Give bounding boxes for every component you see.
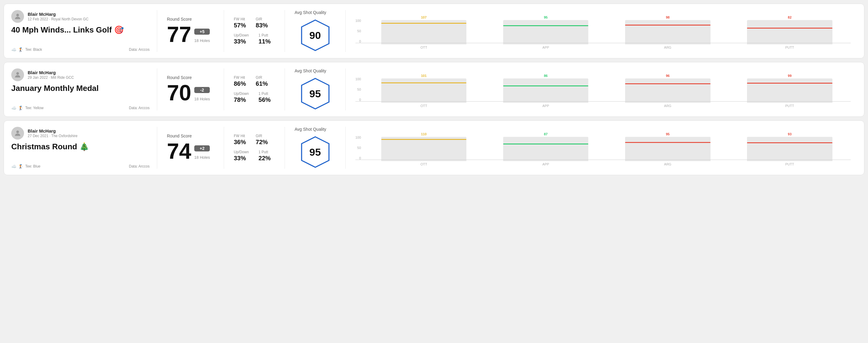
user-name: Blair McHarg [28,128,78,133]
bar-group-arg: 98 ARG [607,13,729,49]
bar-group-putt: 82 PUTT [729,13,851,49]
tee-label: Tee: Black [25,48,42,52]
bar-group-ott: 110 OTT [363,129,485,166]
bar-label: ARG [664,104,671,107]
user-info: Blair McHarg 29 Jan 2022 · Mill Ride GCC [11,68,150,81]
bar-label: OTT [421,162,427,166]
oneputt-value: 56% [258,96,271,103]
left-section: Blair McHarg 12 Feb 2022 · Royal North D… [11,10,157,52]
score-section: Round Score 70 -2 18 Holes [157,68,224,111]
user-meta: Blair McHarg 29 Jan 2022 · Mill Ride GCC [28,70,74,80]
score-row: 77 +5 18 Holes [167,23,214,45]
user-meta: Blair McHarg 27 Dec 2021 · The Oxfordshi… [28,128,78,138]
footer-info: ☁️ 🏌️ Tee: Blue Data: Arccos [11,164,150,169]
score-holes: 18 Holes [194,97,210,101]
bar-value: 98 [666,16,670,19]
bar-value: 82 [788,16,792,19]
updown-value: 33% [234,155,249,162]
hexagon: 95 [299,77,332,111]
score-row: 74 +2 18 Holes [167,140,214,162]
oneputt-label: 1 Putt [258,33,271,37]
data-source: Data: Arccos [129,106,150,110]
score-badge: -2 [194,87,210,93]
stat-gir: GIR 61% [256,75,268,87]
tee-label: Tee: Blue [25,164,40,168]
stats-row-top: FW Hit 86% GIR 61% [234,75,275,87]
quality-score: 90 [310,30,321,41]
round-title: 40 Mph Winds... Links Golf 🎯 [11,25,150,35]
quality-section: Avg Shot Quality 95 [285,127,346,169]
bar-group-app: 95 APP [485,13,607,49]
user-date: 29 Jan 2022 · Mill Ride GCC [28,75,74,80]
hexagon: 95 [299,135,332,169]
fw-hit-value: 57% [234,22,246,29]
avatar [11,68,24,81]
avatar [11,10,24,23]
score-row: 70 -2 18 Holes [167,82,214,104]
stat-oneputt: 1 Putt 22% [258,150,271,162]
round-title: Christmas Round 🎄 [11,142,150,151]
quality-score: 95 [310,146,321,158]
bar-label: PUTT [785,45,794,49]
bar-value: 86 [544,74,548,77]
bar-group-arg: 95 ARG [607,129,729,166]
left-section: Blair McHarg 27 Dec 2021 · The Oxfordshi… [11,127,157,169]
user-date: 27 Dec 2021 · The Oxfordshire [28,134,78,138]
gir-label: GIR [256,17,268,21]
gir-label: GIR [256,75,268,80]
round-card: Blair McHarg 27 Dec 2021 · The Oxfordshi… [4,120,864,175]
quality-label: Avg Shot Quality [294,68,326,73]
bar-group-app: 86 APP [485,71,607,107]
bar-value: 99 [788,74,792,77]
score-badge: +2 [194,145,210,151]
chart-section: 100 50 0 110 OTT 87 APP 95 ARG 93 [346,127,857,169]
oneputt-label: 1 Putt [258,92,271,96]
stat-oneputt: 1 Putt 11% [258,33,271,45]
fw-hit-label: FW Hit [234,17,246,21]
bar-label: PUTT [785,162,794,166]
footer-info: ☁️ 🏌️ Tee: Black Data: Arccos [11,47,150,52]
score-badge: +5 [194,29,210,35]
fw-hit-label: FW Hit [234,134,246,138]
cloud-icon: ☁️ [11,164,17,169]
data-source: Data: Arccos [129,48,150,52]
updown-label: Up/Down [234,92,249,96]
stats-row-top: FW Hit 57% GIR 83% [234,17,275,29]
user-info: Blair McHarg 27 Dec 2021 · The Oxfordshi… [11,127,150,139]
stats-section: FW Hit 57% GIR 83% Up/Down 33% 1 Putt 11… [224,10,285,52]
gir-value: 83% [256,22,268,29]
gir-value: 61% [256,80,268,87]
bar-label: OTT [421,45,427,49]
quality-label: Avg Shot Quality [294,10,326,15]
svg-point-2 [17,72,19,75]
footer-info: ☁️ 🏌️ Tee: Yellow Data: Arccos [11,105,150,111]
round-title: January Monthly Medal [11,84,150,93]
user-meta: Blair McHarg 12 Feb 2022 · Royal North D… [28,11,89,21]
fw-hit-value: 36% [234,139,246,146]
gir-value: 72% [256,139,268,146]
stats-section: FW Hit 36% GIR 72% Up/Down 33% 1 Putt 22… [224,127,285,169]
user-date: 12 Feb 2022 · Royal North Devon GC [28,17,89,21]
updown-label: Up/Down [234,33,249,37]
score-holes: 18 Holes [194,38,210,43]
bag-icon: 🏌️ [18,47,23,52]
bag-icon: 🏌️ [18,105,23,111]
chart-section: 100 50 0 107 OTT 95 APP 98 ARG 82 [346,10,857,52]
chart-section: 100 50 0 101 OTT 86 APP 96 ARG 99 [346,68,857,111]
user-info: Blair McHarg 12 Feb 2022 · Royal North D… [11,10,150,23]
tee-info: ☁️ 🏌️ Tee: Yellow [11,105,43,111]
cloud-icon: ☁️ [11,105,17,111]
updown-value: 33% [234,38,249,45]
avatar [11,127,24,139]
stat-gir: GIR 83% [256,17,268,29]
oneputt-value: 22% [258,155,271,162]
stat-oneputt: 1 Putt 56% [258,92,271,103]
bar-label: PUTT [785,104,794,107]
bag-icon: 🏌️ [18,164,23,169]
tee-label: Tee: Yellow [25,106,43,110]
stat-gir: GIR 72% [256,134,268,146]
quality-section: Avg Shot Quality 95 [285,68,346,111]
bar-group-putt: 99 PUTT [729,71,851,107]
stat-fw-hit: FW Hit 36% [234,134,246,146]
oneputt-value: 11% [258,38,271,45]
